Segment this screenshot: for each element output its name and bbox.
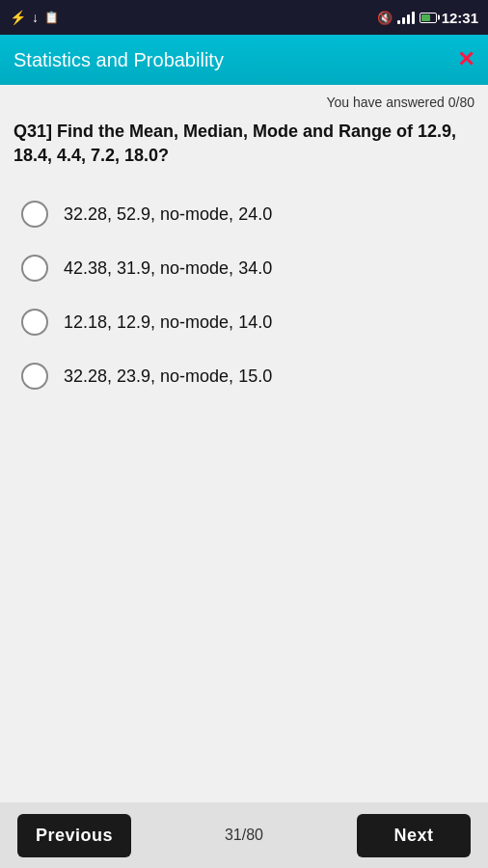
radio-d[interactable] [21,363,48,390]
app-header: Statistics and Probability ✕ [0,35,488,85]
page-indicator: 31/80 [225,827,263,844]
next-button[interactable]: Next [357,814,471,857]
option-b[interactable]: 42.38, 31.9, no-mode, 34.0 [14,243,474,293]
option-b-text: 42.38, 31.9, no-mode, 34.0 [64,258,272,279]
options-list: 32.28, 52.9, no-mode, 24.0 42.38, 31.9, … [14,189,474,401]
status-left-icons: ⚡ ↓ 📋 [10,10,59,25]
bottom-nav: Previous 31/80 Next [0,802,488,868]
mute-icon: 🔇 [377,11,393,25]
close-button[interactable]: ✕ [457,49,474,70]
radio-c[interactable] [21,309,48,336]
content-area: You have answered 0/80 Q31] Find the Mea… [0,85,488,802]
download-icon: ↓ [32,10,39,25]
radio-a[interactable] [21,201,48,228]
question-text: Q31] Find the Mean, Median, Mode and Ran… [14,120,474,168]
option-c-text: 12.18, 12.9, no-mode, 14.0 [64,312,272,333]
option-a-text: 32.28, 52.9, no-mode, 24.0 [64,204,272,225]
signal-icon [397,11,415,24]
option-d-text: 32.28, 23.9, no-mode, 15.0 [64,366,272,387]
radio-b[interactable] [21,255,48,282]
status-bar: ⚡ ↓ 📋 🔇 12:31 [0,0,488,35]
app-title: Statistics and Probability [14,49,224,71]
option-a[interactable]: 32.28, 52.9, no-mode, 24.0 [14,189,474,239]
option-d[interactable]: 32.28, 23.9, no-mode, 15.0 [14,351,474,401]
question-number: Q31] [14,122,52,141]
question-body: Find the Mean, Median, Mode and Range of… [14,122,456,165]
time-display: 12:31 [442,10,478,26]
answered-count: You have answered 0/80 [14,95,474,110]
previous-button[interactable]: Previous [17,814,131,857]
battery-icon [420,13,437,23]
usb-icon: ⚡ [10,10,26,25]
doc-icon: 📋 [44,11,59,24]
status-right-icons: 🔇 12:31 [377,10,478,26]
option-c[interactable]: 12.18, 12.9, no-mode, 14.0 [14,297,474,347]
